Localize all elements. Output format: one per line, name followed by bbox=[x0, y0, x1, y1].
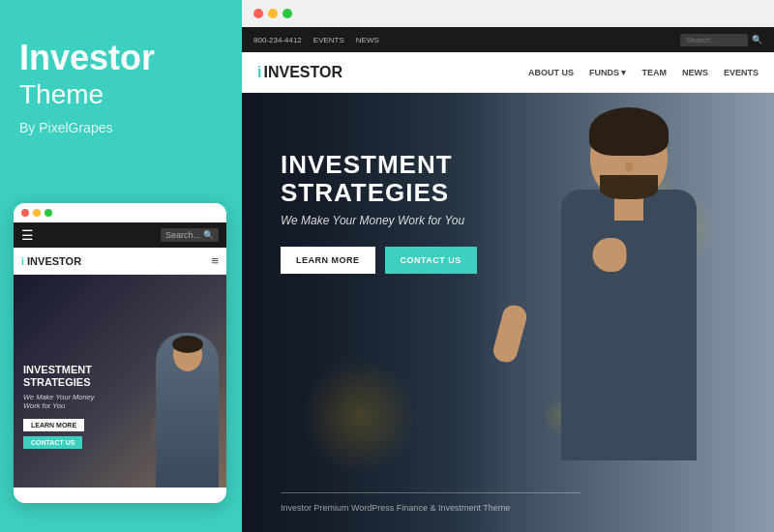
hero-person-body bbox=[561, 190, 697, 460]
desktop-nav-funds[interactable]: FUNDS ▾ bbox=[589, 68, 627, 77]
desktop-window-controls bbox=[242, 0, 774, 27]
desktop-nav-team[interactable]: TEAM bbox=[641, 68, 667, 77]
mobile-dot-red bbox=[21, 209, 29, 217]
mobile-mockup: ☰ Search... 🔍 i INVESTOR ≡ INVESTMENTSTR… bbox=[14, 203, 226, 503]
mobile-topbar: ☰ Search... 🔍 bbox=[14, 222, 226, 248]
mobile-navbar: i INVESTOR ≡ bbox=[14, 248, 226, 275]
mobile-hero-title: INVESTMENTSTRATEGIES bbox=[23, 364, 149, 389]
desktop-topnav-events[interactable]: EVENTS bbox=[313, 36, 344, 44]
hero-buttons: LEARN MORE CONTACT US bbox=[281, 247, 477, 274]
mobile-learn-more-button[interactable]: LEARN MORE bbox=[23, 419, 84, 431]
mobile-person-body bbox=[156, 333, 219, 488]
desktop-search-wrap[interactable]: 🔍 bbox=[680, 34, 762, 46]
hero-divider bbox=[281, 492, 580, 493]
mobile-hero: INVESTMENTSTRATEGIES We Make Your MoneyW… bbox=[14, 275, 226, 488]
hero-person-hand bbox=[593, 238, 627, 272]
mobile-nav-toggle-icon[interactable]: ≡ bbox=[211, 253, 219, 268]
mobile-hamburger-icon[interactable]: ☰ bbox=[21, 227, 34, 243]
hero-title-line2: STRATEGIES bbox=[281, 178, 449, 207]
mobile-search-icon: 🔍 bbox=[203, 230, 214, 240]
mobile-logo-i: i bbox=[21, 255, 24, 267]
desktop-dot-green bbox=[283, 9, 292, 18]
desktop-mockup: 800-234-4412 EVENTS NEWS 🔍 i INVESTOR AB… bbox=[242, 0, 774, 532]
desktop-phone: 800-234-4412 bbox=[253, 36, 302, 44]
desktop-search-input[interactable] bbox=[680, 34, 748, 46]
desktop-hero: INVESTMENT STRATEGIES We Make Your Money… bbox=[242, 93, 774, 532]
mobile-logo: i INVESTOR bbox=[21, 255, 81, 267]
hero-contact-us-button[interactable]: CONTACT US bbox=[385, 247, 477, 274]
mobile-hero-tagline: We Make Your MoneyWork for You bbox=[23, 393, 149, 412]
desktop-topbar-left: 800-234-4412 EVENTS NEWS bbox=[253, 36, 379, 44]
mobile-dot-green bbox=[45, 209, 52, 217]
desktop-nav-about[interactable]: ABOUT US bbox=[528, 68, 574, 77]
desktop-topbar: 800-234-4412 EVENTS NEWS 🔍 bbox=[242, 27, 774, 52]
theme-author: By PixelGrapes bbox=[19, 120, 221, 135]
desktop-logo-text: INVESTOR bbox=[263, 64, 342, 81]
theme-subtitle: Theme bbox=[19, 79, 221, 110]
mobile-hero-content: INVESTMENTSTRATEGIES We Make Your MoneyW… bbox=[23, 364, 149, 449]
desktop-dot-yellow bbox=[268, 9, 278, 18]
desktop-search-button[interactable]: 🔍 bbox=[752, 35, 762, 44]
hero-bokeh-1 bbox=[300, 358, 416, 474]
hero-footer-label: Investor Premium WordPress Finance & Inv… bbox=[281, 503, 580, 513]
mobile-window-controls bbox=[14, 203, 226, 222]
desktop-logo: i INVESTOR bbox=[257, 64, 342, 81]
hero-person bbox=[503, 93, 755, 528]
hero-title-line1: INVESTMENT bbox=[281, 150, 453, 179]
desktop-topnav-news[interactable]: NEWS bbox=[356, 36, 379, 44]
desktop-nav-links: ABOUT US FUNDS ▾ TEAM NEWS EVENTS bbox=[528, 68, 759, 77]
left-panel: Investor Theme By PixelGrapes ☰ Search..… bbox=[0, 0, 240, 532]
theme-title: Investor bbox=[19, 39, 221, 77]
mobile-contact-us-button[interactable]: CONTACT US bbox=[23, 436, 82, 449]
hero-person-hair bbox=[589, 107, 669, 156]
desktop-dot-red bbox=[253, 9, 263, 18]
desktop-navbar: i INVESTOR ABOUT US FUNDS ▾ TEAM NEWS EV… bbox=[242, 52, 774, 93]
hero-person-beard bbox=[600, 175, 658, 199]
desktop-logo-i: i bbox=[257, 64, 261, 81]
mobile-person-hair bbox=[172, 336, 203, 353]
hero-learn-more-button[interactable]: LEARN MORE bbox=[281, 247, 375, 274]
hero-content: INVESTMENT STRATEGIES We Make Your Money… bbox=[281, 151, 477, 274]
hero-footer: Investor Premium WordPress Finance & Inv… bbox=[281, 492, 580, 513]
desktop-nav-events[interactable]: EVENTS bbox=[724, 68, 759, 77]
desktop-nav-news[interactable]: NEWS bbox=[682, 68, 708, 77]
mobile-logo-text: INVESTOR bbox=[27, 255, 81, 267]
hero-title: INVESTMENT STRATEGIES bbox=[281, 151, 477, 206]
mobile-search-placeholder: Search... bbox=[165, 230, 200, 240]
mobile-dot-yellow bbox=[33, 209, 41, 217]
hero-tagline: We Make Your Money Work for You bbox=[281, 214, 477, 227]
mobile-search-box[interactable]: Search... 🔍 bbox=[161, 228, 219, 242]
